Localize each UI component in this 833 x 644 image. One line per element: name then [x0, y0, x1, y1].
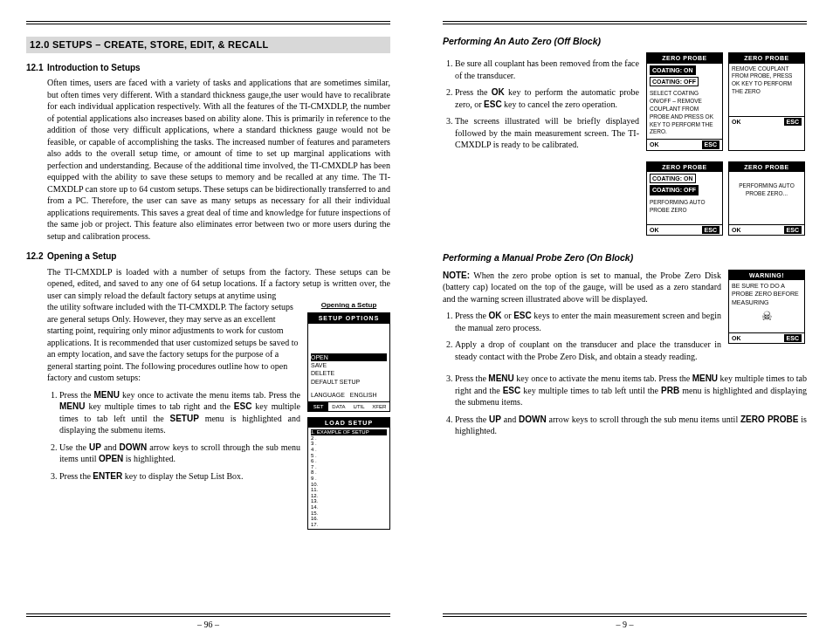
page-footer-right: – 9 – [443, 613, 807, 631]
lcd-zero-probe-1: ZERO PROBE COATING: ON COATING: OFF SELE… [646, 52, 723, 150]
chapter-heading: 12.0 SETUPS – CREATE, STORE, EDIT, & REC… [26, 37, 390, 53]
manual-zero-heading: Performing a Manual Probe Zero (On Block… [443, 251, 807, 264]
lcd-setup-options: SETUP OPTIONS OPEN SAVE DELETE DEFAULT S… [307, 312, 390, 412]
page-footer-left: – 96 – [26, 613, 390, 631]
lcd-zero-probe-4: ZERO PROBE PERFORMING AUTO PROBE ZERO...… [728, 161, 805, 236]
figure-caption: Opening a Setup [307, 301, 390, 311]
section-12-2-body-2: the utility software included with the T… [47, 301, 300, 384]
lcd-zero-probe-3: ZERO PROBE COATING: ON COATING: OFF PERF… [646, 161, 723, 236]
lcd-warning: WARNING! BE SURE TO DO A PROBE ZERO BEFO… [728, 270, 805, 345]
page-left: 12.0 SETUPS – CREATE, STORE, EDIT, & REC… [0, 0, 416, 644]
auto-zero-heading: Performing An Auto Zero (Off Block) [443, 35, 807, 47]
section-12-1-heading: 12.1Introduction to Setups [26, 62, 390, 74]
section-12-2-body-1: The TI-CMXDLP is loaded with a number of… [47, 266, 390, 302]
step-3: Press the ENTER key to display the Setup… [59, 470, 300, 483]
man-step-4: Press the UP and DOWN arrow keys to scro… [455, 414, 807, 437]
manual-note: NOTE: When the zero probe option is set … [443, 270, 721, 305]
man-step-2: Apply a drop of couplant on the transduc… [455, 339, 721, 362]
man-step-3: Press the MENU key once to activate the … [455, 373, 807, 408]
lcd-zero-probe-2: ZERO PROBE REMOVE COUPLANT FROM PROBE, P… [728, 52, 805, 150]
man-step-1: Press the OK or ESC keys to enter the ma… [455, 310, 721, 333]
section-12-2-heading: 12.2Opening a Setup [26, 250, 390, 263]
section-12-1-body: Often times, users are faced with a vari… [47, 77, 390, 242]
auto-step-2: Press the OK key to perform the automati… [455, 86, 639, 110]
auto-step-1: Be sure all couplant has been removed fr… [455, 58, 639, 81]
skull-icon: ☠ [732, 308, 802, 325]
step-1: Press the MENU key once to activate the … [59, 389, 300, 436]
auto-step-3: The screens illustrated will be briefly … [455, 115, 639, 151]
page-right: Performing An Auto Zero (Off Block) Be s… [416, 0, 833, 644]
lcd-load-setup: LOAD SETUP 1. EXAMPLE OF SETUP 2 . 3 . 4… [307, 417, 390, 531]
step-2: Use the UP and DOWN arrow keys to scroll… [59, 442, 300, 465]
